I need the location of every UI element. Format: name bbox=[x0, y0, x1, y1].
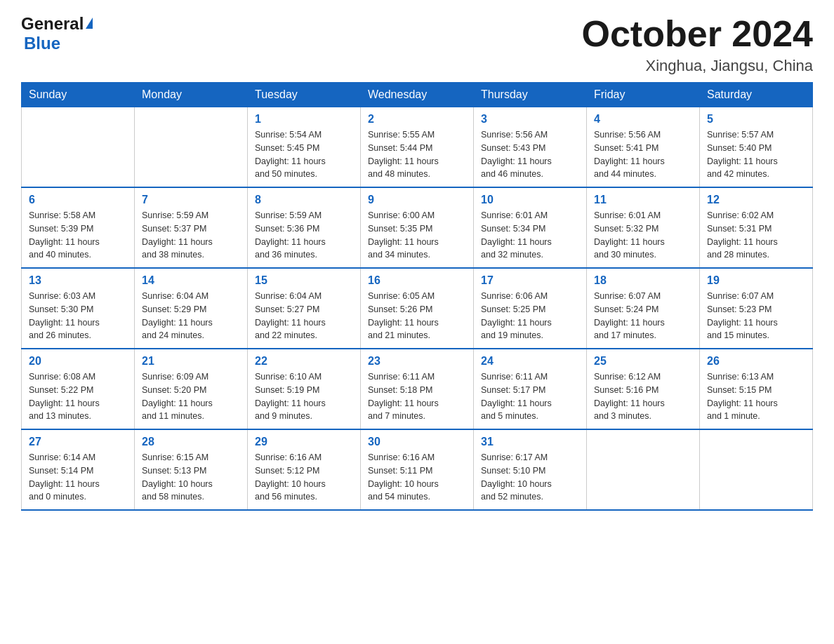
day-info: Sunrise: 5:54 AMSunset: 5:45 PMDaylight:… bbox=[255, 128, 353, 181]
day-info: Sunrise: 6:01 AMSunset: 5:34 PMDaylight:… bbox=[481, 209, 579, 262]
day-number: 18 bbox=[594, 274, 692, 287]
day-cell: 2Sunrise: 5:55 AMSunset: 5:44 PMDaylight… bbox=[361, 107, 474, 188]
day-info: Sunrise: 6:11 AMSunset: 5:18 PMDaylight:… bbox=[368, 370, 466, 423]
logo: General Blue bbox=[21, 14, 93, 53]
day-info: Sunrise: 6:04 AMSunset: 5:29 PMDaylight:… bbox=[142, 290, 240, 342]
day-info: Sunrise: 6:17 AMSunset: 5:10 PMDaylight:… bbox=[481, 451, 579, 504]
day-cell bbox=[700, 429, 813, 510]
day-cell: 20Sunrise: 6:08 AMSunset: 5:22 PMDayligh… bbox=[22, 349, 135, 429]
col-header-thursday: Thursday bbox=[474, 83, 587, 107]
day-cell: 27Sunrise: 6:14 AMSunset: 5:14 PMDayligh… bbox=[22, 429, 135, 510]
day-number: 12 bbox=[707, 194, 805, 206]
day-cell: 14Sunrise: 6:04 AMSunset: 5:29 PMDayligh… bbox=[135, 268, 248, 349]
day-cell: 1Sunrise: 5:54 AMSunset: 5:45 PMDaylight… bbox=[248, 107, 361, 188]
day-info: Sunrise: 6:09 AMSunset: 5:20 PMDaylight:… bbox=[142, 370, 240, 423]
day-cell: 18Sunrise: 6:07 AMSunset: 5:24 PMDayligh… bbox=[587, 268, 700, 349]
day-number: 29 bbox=[255, 436, 353, 448]
day-number: 3 bbox=[481, 113, 579, 126]
day-cell: 11Sunrise: 6:01 AMSunset: 5:32 PMDayligh… bbox=[587, 187, 700, 268]
day-cell: 24Sunrise: 6:11 AMSunset: 5:17 PMDayligh… bbox=[474, 349, 587, 429]
day-info: Sunrise: 6:08 AMSunset: 5:22 PMDaylight:… bbox=[29, 370, 127, 423]
day-cell bbox=[587, 429, 700, 510]
day-cell bbox=[135, 107, 248, 188]
day-number: 2 bbox=[368, 113, 466, 126]
day-info: Sunrise: 5:59 AMSunset: 5:36 PMDaylight:… bbox=[255, 209, 353, 262]
day-cell: 25Sunrise: 6:12 AMSunset: 5:16 PMDayligh… bbox=[587, 349, 700, 429]
day-cell: 22Sunrise: 6:10 AMSunset: 5:19 PMDayligh… bbox=[248, 349, 361, 429]
week-row-1: 1Sunrise: 5:54 AMSunset: 5:45 PMDaylight… bbox=[22, 107, 813, 188]
day-info: Sunrise: 6:02 AMSunset: 5:31 PMDaylight:… bbox=[707, 209, 805, 262]
logo-triangle-icon bbox=[86, 18, 93, 29]
week-row-3: 13Sunrise: 6:03 AMSunset: 5:30 PMDayligh… bbox=[22, 268, 813, 349]
day-number: 15 bbox=[255, 274, 353, 287]
day-number: 31 bbox=[481, 436, 579, 448]
day-info: Sunrise: 6:03 AMSunset: 5:30 PMDaylight:… bbox=[29, 290, 127, 342]
week-row-4: 20Sunrise: 6:08 AMSunset: 5:22 PMDayligh… bbox=[22, 349, 813, 429]
day-info: Sunrise: 6:07 AMSunset: 5:24 PMDaylight:… bbox=[594, 290, 692, 342]
title-block: October 2024 Xinghua, Jiangsu, China bbox=[582, 14, 814, 75]
day-number: 1 bbox=[255, 113, 353, 126]
day-number: 30 bbox=[368, 436, 466, 448]
day-cell: 19Sunrise: 6:07 AMSunset: 5:23 PMDayligh… bbox=[700, 268, 813, 349]
day-number: 16 bbox=[368, 274, 466, 287]
day-number: 4 bbox=[594, 113, 692, 126]
day-info: Sunrise: 6:10 AMSunset: 5:19 PMDaylight:… bbox=[255, 370, 353, 423]
day-cell bbox=[22, 107, 135, 188]
day-number: 7 bbox=[142, 194, 240, 206]
day-number: 13 bbox=[29, 274, 127, 287]
week-row-2: 6Sunrise: 5:58 AMSunset: 5:39 PMDaylight… bbox=[22, 187, 813, 268]
day-cell: 5Sunrise: 5:57 AMSunset: 5:40 PMDaylight… bbox=[700, 107, 813, 188]
day-cell: 6Sunrise: 5:58 AMSunset: 5:39 PMDaylight… bbox=[22, 187, 135, 268]
day-cell: 31Sunrise: 6:17 AMSunset: 5:10 PMDayligh… bbox=[474, 429, 587, 510]
day-info: Sunrise: 5:56 AMSunset: 5:43 PMDaylight:… bbox=[481, 128, 579, 181]
col-header-tuesday: Tuesday bbox=[248, 83, 361, 107]
day-cell: 4Sunrise: 5:56 AMSunset: 5:41 PMDaylight… bbox=[587, 107, 700, 188]
col-header-monday: Monday bbox=[135, 83, 248, 107]
calendar-subtitle: Xinghua, Jiangsu, China bbox=[582, 57, 814, 75]
calendar-title: October 2024 bbox=[582, 14, 814, 54]
day-number: 22 bbox=[255, 355, 353, 368]
day-number: 24 bbox=[481, 355, 579, 368]
day-info: Sunrise: 6:06 AMSunset: 5:25 PMDaylight:… bbox=[481, 290, 579, 342]
day-info: Sunrise: 6:16 AMSunset: 5:11 PMDaylight:… bbox=[368, 451, 466, 504]
day-info: Sunrise: 6:16 AMSunset: 5:12 PMDaylight:… bbox=[255, 451, 353, 504]
day-info: Sunrise: 6:01 AMSunset: 5:32 PMDaylight:… bbox=[594, 209, 692, 262]
calendar-table: SundayMondayTuesdayWednesdayThursdayFrid… bbox=[21, 82, 813, 511]
calendar-header-row: SundayMondayTuesdayWednesdayThursdayFrid… bbox=[22, 83, 813, 107]
page-header: General Blue October 2024 Xinghua, Jiang… bbox=[21, 14, 813, 75]
day-number: 20 bbox=[29, 355, 127, 368]
day-info: Sunrise: 6:07 AMSunset: 5:23 PMDaylight:… bbox=[707, 290, 805, 342]
day-number: 19 bbox=[707, 274, 805, 287]
day-cell: 21Sunrise: 6:09 AMSunset: 5:20 PMDayligh… bbox=[135, 349, 248, 429]
col-header-wednesday: Wednesday bbox=[361, 83, 474, 107]
week-row-5: 27Sunrise: 6:14 AMSunset: 5:14 PMDayligh… bbox=[22, 429, 813, 510]
day-info: Sunrise: 6:00 AMSunset: 5:35 PMDaylight:… bbox=[368, 209, 466, 262]
day-cell: 23Sunrise: 6:11 AMSunset: 5:18 PMDayligh… bbox=[361, 349, 474, 429]
day-info: Sunrise: 5:56 AMSunset: 5:41 PMDaylight:… bbox=[594, 128, 692, 181]
day-number: 14 bbox=[142, 274, 240, 287]
day-info: Sunrise: 6:14 AMSunset: 5:14 PMDaylight:… bbox=[29, 451, 127, 504]
day-info: Sunrise: 6:13 AMSunset: 5:15 PMDaylight:… bbox=[707, 370, 805, 423]
col-header-sunday: Sunday bbox=[22, 83, 135, 107]
day-cell: 29Sunrise: 6:16 AMSunset: 5:12 PMDayligh… bbox=[248, 429, 361, 510]
day-cell: 15Sunrise: 6:04 AMSunset: 5:27 PMDayligh… bbox=[248, 268, 361, 349]
day-info: Sunrise: 5:59 AMSunset: 5:37 PMDaylight:… bbox=[142, 209, 240, 262]
day-info: Sunrise: 6:12 AMSunset: 5:16 PMDaylight:… bbox=[594, 370, 692, 423]
col-header-saturday: Saturday bbox=[700, 83, 813, 107]
day-cell: 28Sunrise: 6:15 AMSunset: 5:13 PMDayligh… bbox=[135, 429, 248, 510]
day-number: 21 bbox=[142, 355, 240, 368]
day-number: 26 bbox=[707, 355, 805, 368]
day-info: Sunrise: 6:05 AMSunset: 5:26 PMDaylight:… bbox=[368, 290, 466, 342]
day-cell: 26Sunrise: 6:13 AMSunset: 5:15 PMDayligh… bbox=[700, 349, 813, 429]
day-number: 28 bbox=[142, 436, 240, 448]
logo-general-text: General bbox=[21, 14, 84, 34]
day-number: 10 bbox=[481, 194, 579, 206]
day-info: Sunrise: 5:55 AMSunset: 5:44 PMDaylight:… bbox=[368, 128, 466, 181]
day-cell: 7Sunrise: 5:59 AMSunset: 5:37 PMDaylight… bbox=[135, 187, 248, 268]
day-cell: 13Sunrise: 6:03 AMSunset: 5:30 PMDayligh… bbox=[22, 268, 135, 349]
day-cell: 12Sunrise: 6:02 AMSunset: 5:31 PMDayligh… bbox=[700, 187, 813, 268]
day-number: 17 bbox=[481, 274, 579, 287]
day-number: 6 bbox=[29, 194, 127, 206]
day-cell: 30Sunrise: 6:16 AMSunset: 5:11 PMDayligh… bbox=[361, 429, 474, 510]
day-cell: 9Sunrise: 6:00 AMSunset: 5:35 PMDaylight… bbox=[361, 187, 474, 268]
